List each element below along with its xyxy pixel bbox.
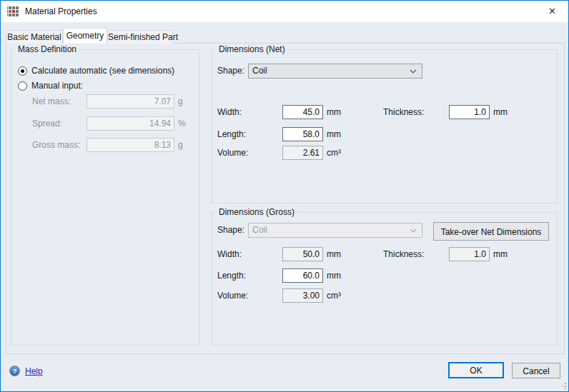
- net-shape-label: Shape:: [217, 64, 244, 79]
- net-mass-unit: g: [178, 94, 183, 109]
- gross-mass-unit: g: [178, 138, 183, 152]
- net-thickness-input[interactable]: [449, 105, 490, 119]
- net-length-input[interactable]: [282, 127, 323, 141]
- window-title: Material Properties: [25, 6, 97, 16]
- gross-thickness-unit: mm: [493, 247, 508, 261]
- radio-manual-input-label[interactable]: Manual input:: [31, 81, 83, 91]
- close-icon: ✕: [548, 6, 556, 16]
- take-over-net-dimensions-button[interactable]: Take-over Net Dimensions: [433, 222, 549, 241]
- help-icon[interactable]: ?: [9, 366, 20, 376]
- tab-basic-material[interactable]: Basic Material: [6, 30, 63, 44]
- gross-width-unit: mm: [327, 247, 341, 261]
- radio-calculate-automatic[interactable]: [18, 66, 27, 76]
- gross-volume-input: [282, 288, 323, 303]
- net-shape-value: Coil: [252, 66, 267, 76]
- spread-unit: %: [178, 116, 186, 131]
- net-mass-input: [86, 94, 174, 109]
- dimensions-gross-group-label: Dimensions (Gross): [216, 207, 297, 217]
- ok-button[interactable]: OK: [448, 362, 504, 378]
- gross-length-unit: mm: [327, 268, 341, 283]
- gross-volume-label: Volume:: [217, 288, 248, 303]
- net-width-label: Width:: [217, 105, 242, 119]
- gross-width-label: Width:: [217, 247, 242, 261]
- net-thickness-label: Thickness:: [383, 105, 424, 119]
- gross-shape-select: Coil: [248, 223, 422, 238]
- gross-length-input[interactable]: [282, 268, 323, 283]
- svg-text:?: ?: [13, 368, 17, 375]
- gross-shape-label: Shape:: [217, 223, 244, 238]
- tab-semi-finished-part[interactable]: Semi-finished Part: [107, 30, 173, 44]
- net-volume-label: Volume:: [217, 146, 248, 160]
- net-thickness-unit: mm: [493, 105, 508, 119]
- tab-geometry[interactable]: Geometry: [63, 28, 107, 44]
- gross-thickness-input: [449, 247, 490, 261]
- radio-calculate-automatic-label[interactable]: Calculate automatic (see dimensions): [31, 66, 174, 76]
- gross-volume-unit: cm³: [327, 288, 341, 303]
- chevron-down-icon: [410, 69, 417, 74]
- gross-shape-value: Coil: [252, 225, 267, 235]
- chevron-down-icon: [410, 228, 417, 233]
- close-button[interactable]: ✕: [536, 1, 568, 21]
- gross-thickness-label: Thickness:: [383, 247, 424, 261]
- spread-label: Spread:: [32, 116, 62, 131]
- cancel-button[interactable]: Cancel: [512, 363, 560, 378]
- net-mass-label: Net mass:: [32, 94, 71, 109]
- help-link[interactable]: Help: [25, 366, 43, 376]
- net-width-unit: mm: [327, 105, 341, 119]
- title-bar[interactable]: Material Properties ✕: [1, 1, 568, 22]
- net-volume-input: [282, 146, 323, 160]
- spread-input: [86, 116, 174, 131]
- net-volume-unit: cm³: [327, 146, 341, 160]
- dimensions-net-group-label: Dimensions (Net): [216, 44, 288, 54]
- resize-grip[interactable]: [560, 383, 566, 389]
- net-length-label: Length:: [217, 127, 246, 141]
- net-length-unit: mm: [327, 127, 341, 141]
- gross-length-label: Length:: [217, 268, 246, 283]
- gross-width-input: [282, 247, 323, 261]
- radio-manual-input[interactable]: [18, 81, 27, 91]
- mass-definition-group-label: Mass Definition: [15, 44, 79, 54]
- gross-mass-input: [86, 138, 174, 152]
- net-shape-select[interactable]: Coil: [248, 64, 422, 79]
- gross-mass-label: Gross mass:: [32, 138, 80, 152]
- material-properties-dialog: Material Properties ✕ Basic Material Geo…: [0, 0, 569, 392]
- app-icon: [7, 6, 19, 17]
- net-width-input[interactable]: [282, 105, 323, 119]
